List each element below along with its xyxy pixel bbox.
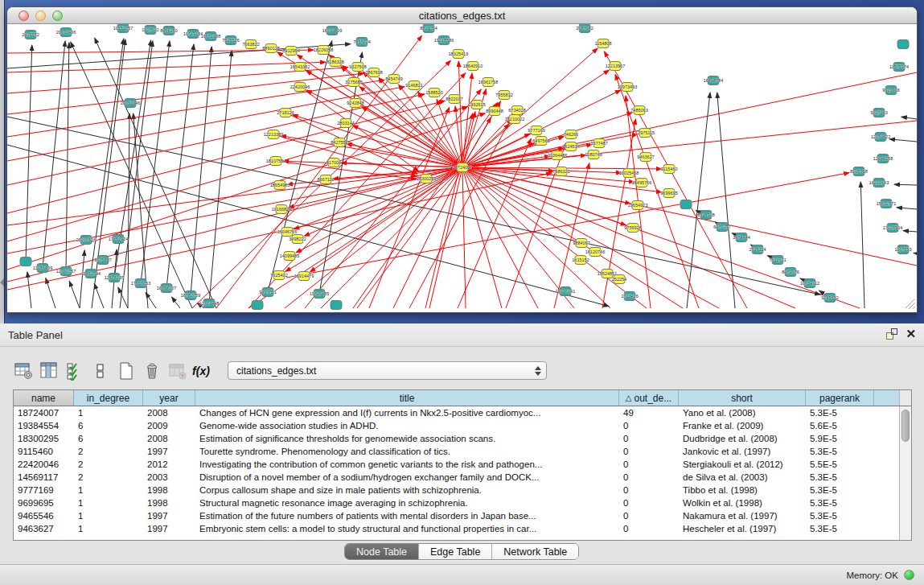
table-cell[interactable]: 0 [619, 432, 679, 445]
graph-edge[interactable] [393, 167, 462, 308]
graph-edge[interactable] [171, 297, 180, 308]
graph-node[interactable]: 9777169 [528, 126, 544, 135]
graph-node[interactable]: 16120746 [585, 248, 605, 257]
graph-edge[interactable] [7, 113, 485, 270]
graph-node[interactable]: 3498222 [289, 235, 306, 244]
graph-node[interactable]: 1588520 [425, 89, 442, 97]
graph-node[interactable]: 8912954 [282, 47, 299, 56]
delete-column-icon[interactable] [142, 360, 162, 381]
table-cell[interactable]: 6 [74, 432, 143, 445]
graph-edge[interactable] [289, 167, 462, 208]
resize-grip-icon[interactable] [906, 299, 915, 309]
graph-node[interactable]: 8990448 [486, 107, 503, 116]
graph-edge[interactable] [7, 107, 467, 241]
column-visibility-icon[interactable] [39, 360, 60, 381]
graph-node[interactable]: 18226058 [314, 46, 333, 55]
graph-node[interactable]: 9115460 [660, 165, 677, 174]
graph-node[interactable] [20, 257, 31, 266]
table-settings-icon[interactable] [13, 360, 34, 381]
graph-node[interactable]: 17957253 [131, 279, 150, 288]
graph-edge[interactable] [894, 184, 917, 185]
graph-node[interactable]: 17353924 [109, 235, 128, 244]
graph-node[interactable]: 1615152 [572, 256, 589, 265]
graph-edge[interactable] [554, 163, 589, 308]
graph-node[interactable]: 8471676 [782, 268, 799, 277]
graph-node[interactable]: 12213389 [264, 130, 283, 139]
table-scrollbar-thumb[interactable] [901, 410, 910, 442]
graph-node[interactable]: 1362615 [468, 101, 485, 109]
table-cell[interactable]: 5.3E-5 [806, 496, 874, 509]
table-cell[interactable]: 5.5E-5 [806, 458, 874, 471]
graph-node[interactable]: 9227343 [870, 109, 887, 117]
graph-node[interactable]: 16033809 [322, 27, 342, 35]
graph-node[interactable] [897, 40, 909, 49]
graph-node[interactable]: 8215958 [850, 167, 867, 176]
graph-node[interactable]: 19218586 [434, 36, 454, 45]
graph-node[interactable]: 9975887 [94, 256, 111, 265]
graph-node[interactable]: 9245652 [821, 294, 838, 303]
table-cell[interactable]: 14569117 [14, 471, 74, 484]
table-cell[interactable]: 18300295 [14, 432, 74, 445]
table-cell[interactable]: 1998 [143, 496, 195, 509]
table-cell[interactable]: 9463627 [14, 522, 74, 535]
column-header-out-de-[interactable]: △out_de... [619, 390, 679, 406]
graph-edge[interactable] [462, 167, 466, 308]
table-cell[interactable]: 0 [619, 522, 679, 535]
graph-node[interactable]: 2405572 [22, 31, 39, 39]
table-cell[interactable]: Tibbo et al. (1998) [679, 484, 806, 496]
graph-node[interactable]: 2867608 [365, 68, 382, 77]
table-cell[interactable]: 2008 [143, 406, 195, 419]
graph-node[interactable]: 14136141 [556, 287, 575, 296]
zoom-button[interactable] [52, 10, 63, 21]
graph-node[interactable]: 20691406 [56, 28, 76, 37]
graph-node[interactable]: 14099485 [280, 252, 299, 261]
graph-node[interactable]: 7986322 [552, 167, 569, 176]
graph-edge[interactable] [26, 45, 32, 262]
tab-node-table[interactable]: Node Table [345, 544, 419, 559]
memory-status-indicator[interactable] [904, 570, 914, 580]
graph-node[interactable]: 19654923 [628, 201, 647, 210]
graph-node[interactable]: 9242848 [347, 99, 363, 108]
table-row[interactable]: 1938455462009Genome-wide association stu… [14, 419, 899, 432]
graph-edge[interactable] [66, 43, 69, 271]
table-cell[interactable]: Estimation of the future numbers of pati… [195, 509, 619, 522]
table-row[interactable]: 1456911722003Disruption of a novel membe… [14, 471, 899, 484]
table-row[interactable]: 977716911998Corpus callosum shape and si… [14, 484, 899, 496]
table-cell[interactable]: 1 [74, 509, 143, 522]
graph-node[interactable]: 10654112 [800, 279, 819, 288]
graph-node[interactable]: 2687682 [576, 24, 593, 33]
table-cell[interactable]: 2 [74, 445, 143, 458]
table-cell[interactable]: 1 [74, 406, 143, 419]
table-cell[interactable]: 5.3E-5 [806, 445, 874, 458]
function-builder-icon[interactable]: f(x) [193, 360, 214, 381]
graph-node[interactable]: 9929966 [882, 86, 899, 95]
graph-node[interactable]: 12444158 [873, 154, 893, 163]
table-cell[interactable]: 1997 [143, 522, 195, 535]
graph-node[interactable]: 16210022 [505, 115, 524, 124]
table-cell[interactable]: 2003 [143, 471, 195, 484]
graph-node[interactable]: 7955812 [495, 91, 512, 100]
graph-edge[interactable] [897, 208, 917, 209]
delete-table-icon[interactable] [167, 360, 188, 381]
table-row[interactable]: 946554611997Estimation of the future num… [14, 509, 899, 522]
graph-edge[interactable] [901, 117, 917, 119]
table-row[interactable]: 1830029562008Estimation of significance … [14, 432, 899, 445]
graph-node[interactable]: 9146821 [405, 81, 422, 90]
graph-node[interactable]: 16914479 [294, 272, 314, 281]
table-cell[interactable]: Franke et al. (2009) [679, 419, 806, 432]
graph-edge[interactable] [379, 78, 462, 167]
table-cell[interactable]: 1997 [143, 509, 195, 522]
graph-node[interactable]: 1733426 [621, 292, 638, 301]
graph-edge[interactable] [7, 94, 425, 185]
close-panel-icon[interactable]: ✕ [906, 328, 916, 340]
table-cell[interactable]: 0 [619, 496, 679, 509]
graph-edge[interactable] [462, 167, 647, 308]
graph-node[interactable]: 9463627 [637, 153, 654, 162]
graph-node[interactable]: 16782759 [181, 291, 200, 300]
float-panel-icon[interactable] [886, 328, 897, 340]
graph-node[interactable]: 16671388 [201, 32, 220, 41]
graph-edge[interactable] [120, 41, 153, 308]
table-cell[interactable]: 9777169 [14, 484, 74, 496]
graph-node[interactable]: 7632621 [769, 256, 786, 265]
graph-node[interactable]: 18640910 [463, 62, 483, 71]
